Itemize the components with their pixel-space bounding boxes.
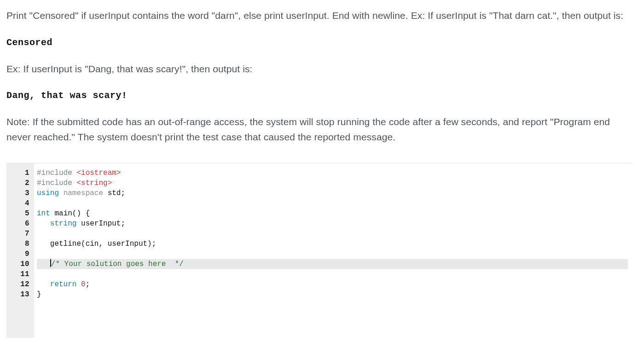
token-number: 0	[81, 280, 86, 289]
token-identifier: userInput	[108, 240, 147, 248]
token-punct: )	[147, 240, 152, 248]
line-number: 13	[10, 289, 29, 300]
line-number: 11	[10, 269, 29, 279]
code-line[interactable]	[37, 229, 628, 239]
line-number: 1	[10, 168, 29, 178]
line-number: 7	[10, 229, 29, 239]
token-comment: /* Your solution goes here */	[51, 260, 184, 268]
code-line[interactable]: using namespace std;	[37, 188, 628, 198]
line-number: 4	[10, 198, 29, 208]
problem-paragraph-2: Ex: If userInput is "Dang, that was scar…	[6, 62, 632, 77]
sample-output-1: Censored	[6, 35, 632, 50]
token-keyword: return	[50, 280, 77, 289]
token-punct: ;	[121, 189, 125, 197]
token-type: string	[50, 220, 77, 228]
token-punct: ;	[86, 280, 90, 289]
token-preprocessor: #include	[37, 179, 72, 187]
code-line[interactable]	[37, 249, 628, 259]
token-punct: )	[76, 209, 81, 218]
token-identifier: getline	[50, 240, 81, 248]
code-line[interactable]: string userInput;	[37, 219, 628, 229]
problem-paragraph-1: Print "Censored" if userInput contains t…	[6, 8, 632, 23]
token-keyword: using	[37, 189, 59, 197]
token-keyword: namespace	[64, 189, 103, 197]
code-line[interactable]	[37, 198, 628, 208]
token-include-header: <string>	[76, 179, 112, 187]
token-identifier: cin	[86, 240, 99, 248]
code-line[interactable]: int main() {	[37, 208, 628, 219]
code-line[interactable]: #include <string>	[37, 178, 628, 188]
token-punct: (	[72, 209, 77, 218]
token-preprocessor: #include	[37, 169, 72, 177]
line-number: 8	[10, 239, 29, 249]
code-text-area[interactable]: #include <iostream> #include <string> us…	[34, 163, 632, 338]
token-keyword: int	[37, 209, 50, 218]
token-identifier: userInput	[81, 220, 121, 228]
token-include-header: <iostream>	[76, 169, 121, 177]
line-number: 5	[10, 208, 29, 219]
token-identifier: main	[54, 209, 72, 218]
code-line-active[interactable]: /* Your solution goes here */	[37, 259, 628, 269]
line-number: 9	[10, 249, 29, 259]
code-line[interactable]: getline(cin, userInput);	[37, 239, 628, 249]
line-number-gutter: 1 2 3 4 5 6 7 8 9 10 11 12 13	[6, 163, 34, 338]
code-line[interactable]	[37, 269, 628, 279]
token-punct: (	[81, 240, 86, 248]
token-punct: ,	[99, 240, 103, 248]
token-punct: ;	[152, 240, 157, 248]
token-punct: ;	[121, 220, 125, 228]
line-number: 6	[10, 219, 29, 229]
problem-note: Note: If the submitted code has an out-o…	[6, 115, 632, 144]
line-number: 2	[10, 178, 29, 188]
problem-statement: Print "Censored" if userInput contains t…	[6, 8, 632, 144]
code-line[interactable]: }	[37, 289, 628, 300]
page-content: Print "Censored" if userInput contains t…	[0, 0, 638, 338]
code-line[interactable]: return 0;	[37, 279, 628, 289]
code-line[interactable]: #include <iostream>	[37, 168, 628, 178]
sample-output-2: Dang, that was scary!	[6, 88, 632, 103]
line-number: 3	[10, 188, 29, 198]
token-identifier: std	[108, 189, 121, 197]
code-editor[interactable]: 1 2 3 4 5 6 7 8 9 10 11 12 13 #include <…	[6, 163, 632, 338]
line-number: 12	[10, 279, 29, 289]
line-number: 10	[10, 259, 29, 269]
token-punct: }	[37, 290, 41, 299]
token-punct: {	[86, 209, 90, 218]
